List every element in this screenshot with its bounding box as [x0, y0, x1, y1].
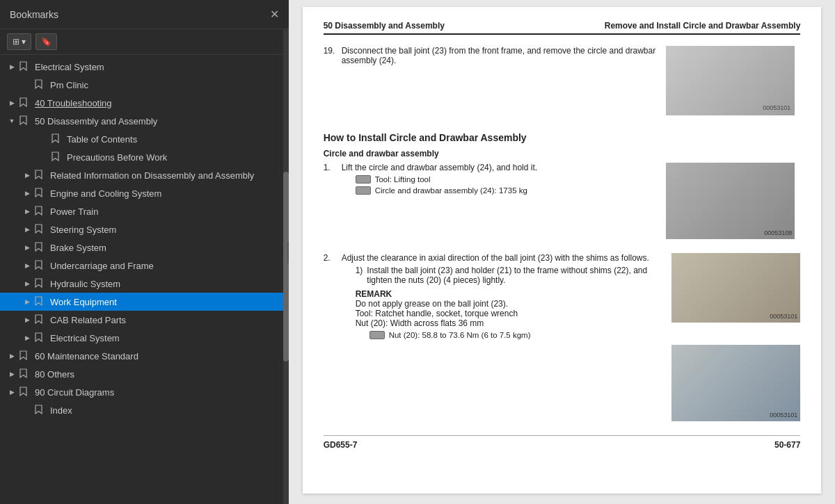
image-container-3: 00053101: [671, 253, 800, 323]
bookmark-toggle-power-train[interactable]: ▶: [19, 208, 35, 215]
bookmark-item-steering[interactable]: ▶Steering System: [0, 220, 289, 238]
bookmark-label-brake: Brake System: [50, 243, 289, 253]
bookmark-item-precautions[interactable]: Precautions Before Work: [0, 148, 289, 166]
doc-image-1: 00053101: [666, 46, 795, 115]
bookmark-icon-electrical-sub: [35, 332, 47, 343]
bookmark-item-work-equipment[interactable]: ▶Work Equipment: [0, 293, 289, 311]
image-4-wrapper: 00053101: [671, 345, 800, 421]
doc-image-4: 00053101: [671, 345, 800, 421]
remark-4-text: Nut (20): 58.8 to 73.6 Nm (6 to 7.5 kgm): [389, 331, 531, 339]
bookmark-icon-maintenance: [19, 350, 32, 361]
collapse-panel-button[interactable]: ◀: [287, 242, 289, 263]
doc-footer: GD655-7 50-677: [324, 435, 801, 450]
bookmark-item-troubleshooting[interactable]: ▶40 Troubleshooting: [0, 94, 289, 112]
bookmark-icon-hydraulic: [35, 278, 47, 289]
bookmark-icon-undercarriage: [35, 260, 47, 271]
bookmark-item-related-info[interactable]: ▶Related Information on Disassembly and …: [0, 166, 289, 184]
bookmark-item-circuit[interactable]: ▶90 Circuit Diagrams: [0, 383, 289, 401]
assembly-weight-line: Circle and drawbar assembly (24): 1735 k…: [356, 186, 658, 195]
image-container-1: 00053101: [666, 46, 795, 115]
image-code-3: 00053101: [770, 313, 797, 320]
bookmark-toggle-troubleshooting[interactable]: ▶: [4, 99, 19, 106]
bookmark-label-circuit: 90 Circuit Diagrams: [35, 387, 289, 398]
bookmark-toggle-brake[interactable]: ▶: [19, 244, 35, 251]
bookmark-icon-troubleshooting: [19, 97, 32, 108]
scrollbar-thumb: [283, 172, 289, 361]
bookmark-label-precautions: Precautions Before Work: [67, 152, 289, 163]
section-title: How to Install Circle and Drawbar Assemb…: [324, 132, 801, 143]
bookmark-toggle-electrical-top[interactable]: ▶: [4, 63, 19, 70]
item-19-text: Disconnect the ball joint (23) from the …: [342, 46, 656, 65]
bookmark-item-undercarriage[interactable]: ▶Undercarriage and Frame: [0, 257, 289, 275]
doc-header: 50 Disassembly and Assembly Remove and I…: [324, 21, 801, 35]
image-code-4: 00053101: [770, 412, 797, 418]
doc-item-1: 1. 00053108 Lift the circle and drawbar …: [324, 163, 801, 245]
sidebar-toolbar: ⊞ ▾ 🔖: [0, 29, 289, 55]
tool-icon: [356, 175, 371, 184]
document-page: 50 Disassembly and Assembly Remove and I…: [303, 7, 822, 494]
bookmark-icon-circuit: [19, 387, 32, 398]
bookmark-icon-engine-cooling: [35, 188, 47, 199]
sidebar-title: Bookmarks: [10, 9, 58, 20]
bookmark-toggle-disassembly[interactable]: ▼: [4, 117, 19, 124]
sub-item-num: 1): [356, 266, 363, 285]
bookmark-toggle-work-equipment[interactable]: ▶: [19, 298, 35, 305]
bookmark-item-disassembly[interactable]: ▼50 Disassembly and Assembly: [0, 112, 289, 130]
doc-header-right: Remove and Install Circle and Drawbar As…: [605, 21, 801, 31]
bookmark-label-troubleshooting: 40 Troubleshooting: [35, 98, 289, 108]
bookmark-item-index[interactable]: Index: [0, 401, 289, 419]
bookmark-item-hydraulic[interactable]: ▶Hydraulic System: [0, 275, 289, 293]
image-code-1: 00053101: [763, 104, 790, 111]
tool-line: Tool: Lifting tool: [356, 175, 658, 184]
item-text: 00053101 Disconnect the ball joint (23) …: [342, 46, 795, 121]
footer-right: 50-677: [774, 440, 800, 450]
bookmark-toggle-maintenance[interactable]: ▶: [4, 352, 19, 359]
bookmark-icon-power-train: [35, 206, 47, 217]
doc-image-2: 00053108: [666, 163, 795, 239]
bookmark-icon-precautions: [51, 152, 64, 163]
bookmark-toggle-circuit[interactable]: ▶: [4, 389, 19, 396]
bookmark-toggle-engine-cooling[interactable]: ▶: [19, 190, 35, 197]
footer-left: GD655-7: [324, 440, 358, 450]
bookmark-toggle-electrical-sub[interactable]: ▶: [19, 334, 35, 341]
doc-image-3: 00053101: [671, 253, 800, 323]
bookmark-icon-others: [19, 368, 32, 380]
bookmark-toggle-undercarriage[interactable]: ▶: [19, 262, 35, 269]
bookmark-item-electrical-sub[interactable]: ▶Electrical System: [0, 329, 289, 347]
bookmark-item-pm-clinic[interactable]: Pm Clinic: [0, 76, 289, 94]
item-number-2: 2.: [324, 253, 336, 421]
tool-label: Tool: Lifting tool: [375, 175, 431, 184]
torque-line: Nut (20): 58.8 to 73.6 Nm (6 to 7.5 kgm): [369, 331, 801, 339]
bookmark-label-electrical-top: Electrical System: [35, 62, 289, 72]
bookmark-toggle-hydraulic[interactable]: ▶: [19, 280, 35, 287]
doc-item-2: 2. 00053101 Adjust the clearance in axia…: [324, 253, 801, 421]
bookmark-item-brake[interactable]: ▶Brake System: [0, 238, 289, 257]
bookmark-item-engine-cooling[interactable]: ▶Engine and Cooling System: [0, 184, 289, 202]
bookmark-item-power-train[interactable]: ▶Power Train: [0, 202, 289, 220]
bookmark-item-cab-parts[interactable]: ▶CAB Related Parts: [0, 311, 289, 329]
bookmark-toggle-others[interactable]: ▶: [4, 371, 19, 377]
torque-icon: [369, 331, 385, 339]
view-button[interactable]: ⊞ ▾: [7, 33, 31, 50]
bookmark-toggle-related-info[interactable]: ▶: [19, 172, 35, 179]
bookmark-icon-related-info: [35, 170, 47, 181]
bookmark-label-toc: Table of Contents: [67, 134, 289, 145]
bookmark-item-electrical-top[interactable]: ▶Electrical System: [0, 58, 289, 76]
bookmark-toggle-cab-parts[interactable]: ▶: [19, 316, 35, 323]
sub-item-1: 1) Install the ball joint (23) and holde…: [356, 266, 664, 285]
sidebar-scrollbar[interactable]: [283, 29, 289, 504]
bookmark-label-power-train: Power Train: [50, 206, 289, 217]
bookmark-icon-index: [35, 405, 47, 416]
doc-item-19: 19. 00053101 Disconnect the ball joint (…: [324, 46, 801, 121]
bookmark-item-toc[interactable]: Table of Contents: [0, 130, 289, 148]
bookmark-item-maintenance[interactable]: ▶60 Maintenance Standard: [0, 347, 289, 365]
weight-icon: [356, 186, 371, 195]
bookmark-icon-brake: [35, 242, 47, 253]
bookmark-label-undercarriage: Undercarriage and Frame: [50, 261, 289, 271]
close-button[interactable]: ✕: [270, 9, 279, 20]
sidebar-header: Bookmarks ✕: [0, 0, 289, 29]
bookmark-toggle-steering[interactable]: ▶: [19, 226, 35, 233]
bookmark-icon-steering: [35, 224, 47, 235]
bookmark-button[interactable]: 🔖: [35, 33, 57, 50]
bookmark-item-others[interactable]: ▶80 Others: [0, 365, 289, 383]
